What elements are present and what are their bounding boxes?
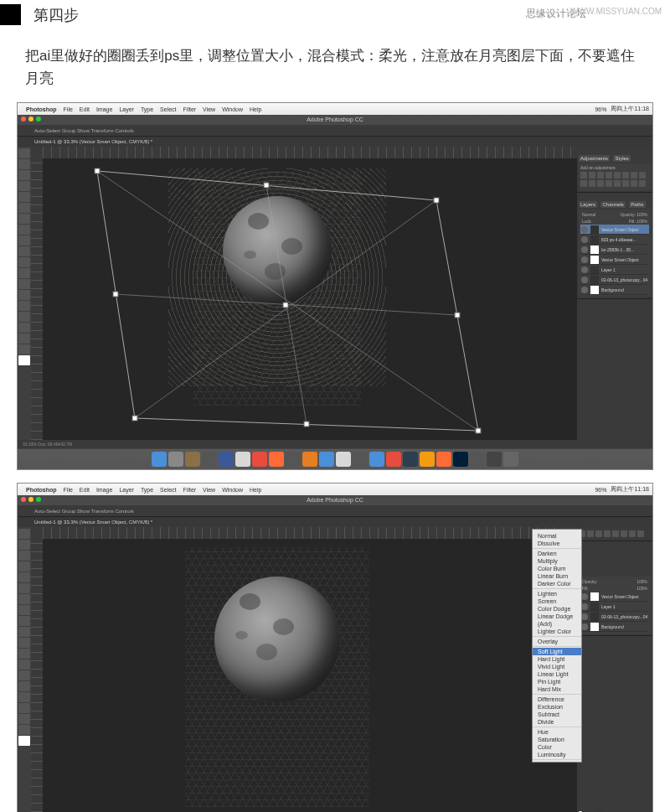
gradient-tool-icon[interactable] <box>18 257 30 267</box>
stamp-tool-icon[interactable] <box>18 225 30 235</box>
dock-app-icon[interactable] <box>185 452 200 467</box>
dock-app-icon[interactable] <box>219 452 234 467</box>
blend-mode-option[interactable]: Screen <box>533 597 581 605</box>
adj-icon[interactable] <box>587 530 594 537</box>
move-tool-icon[interactable] <box>18 529 30 539</box>
eraser-tool-icon[interactable] <box>18 246 30 256</box>
history-brush-icon[interactable] <box>18 616 30 626</box>
visibility-toggle-icon[interactable] <box>581 593 588 600</box>
blend-mode-option[interactable]: Luminosity <box>533 751 581 758</box>
blend-mode-option[interactable]: Hue <box>533 728 581 736</box>
opacity-value[interactable]: 100% <box>636 579 647 584</box>
menu-file[interactable]: File <box>64 487 73 493</box>
styles-tab[interactable]: Styles <box>613 155 630 162</box>
dock-app-icon[interactable] <box>453 452 468 467</box>
lasso-tool-icon[interactable] <box>18 551 30 561</box>
dock-app-icon[interactable] <box>235 452 250 467</box>
options-bar[interactable]: Auto-Select Group Show Transform Control… <box>18 125 652 137</box>
adj-icon[interactable] <box>629 530 636 537</box>
lasso-tool-icon[interactable] <box>18 170 30 180</box>
adj-vibrance-icon[interactable] <box>614 172 621 178</box>
menu-window[interactable]: Window <box>222 106 243 112</box>
blend-mode-option[interactable]: Difference <box>533 696 581 703</box>
blend-mode-option[interactable]: Linear Burn <box>533 572 581 580</box>
dock-app-icon[interactable] <box>202 452 217 467</box>
adj-icon[interactable] <box>595 530 602 537</box>
menu-type[interactable]: Type <box>141 487 153 493</box>
blend-mode-option[interactable]: Saturation <box>533 736 581 743</box>
close-button[interactable] <box>21 116 26 122</box>
blend-mode-option[interactable]: Exclusion <box>533 703 581 711</box>
blend-mode-option[interactable]: Lighter Color <box>533 628 581 635</box>
menu-edit[interactable]: Edit <box>80 106 90 112</box>
foreground-color[interactable] <box>18 355 30 365</box>
blur-tool-icon[interactable] <box>18 649 30 659</box>
adj-invert-icon[interactable] <box>606 180 612 187</box>
menu-select[interactable]: Select <box>160 106 176 112</box>
adj-photo-filter-icon[interactable] <box>580 180 587 187</box>
layers-tab[interactable]: Layers <box>579 201 597 208</box>
menu-edit[interactable]: Edit <box>80 487 90 493</box>
dock-app-icon[interactable] <box>269 452 284 467</box>
type-tool-icon[interactable] <box>18 681 30 691</box>
crop-tool-icon[interactable] <box>18 572 30 582</box>
dock-app-icon[interactable] <box>319 452 334 467</box>
adj-mixer-icon[interactable] <box>589 180 595 187</box>
menu-layer[interactable]: Layer <box>119 487 134 493</box>
adj-posterize-icon[interactable] <box>614 180 621 187</box>
blend-mode-option[interactable]: Darker Color <box>533 580 581 587</box>
dock-app-icon[interactable] <box>336 452 351 467</box>
app-menu[interactable]: Photoshop <box>26 106 57 112</box>
visibility-toggle-icon[interactable] <box>581 623 588 630</box>
fill-value[interactable]: 100% <box>636 219 647 224</box>
paths-tab[interactable]: Paths <box>629 201 645 208</box>
adj-icon[interactable] <box>612 530 619 537</box>
visibility-toggle-icon[interactable] <box>581 613 588 620</box>
layer-row[interactable]: 02-06-13_photocopy...04 <box>580 275 649 285</box>
menu-window[interactable]: Window <box>222 487 243 493</box>
adj-icon[interactable] <box>604 530 611 537</box>
adj-icon[interactable] <box>621 530 627 537</box>
zoom-tool-icon[interactable] <box>18 344 30 354</box>
minimize-button[interactable] <box>28 116 34 122</box>
pen-tool-icon[interactable] <box>18 290 30 300</box>
marquee-tool-icon[interactable] <box>18 159 30 169</box>
zoom-tool-icon[interactable] <box>18 725 30 735</box>
dock-app-icon[interactable] <box>252 452 267 467</box>
dock-app-icon[interactable] <box>403 452 418 467</box>
options-bar[interactable]: Auto-Select Group Show Transform Control… <box>18 505 652 517</box>
gradient-tool-icon[interactable] <box>18 638 30 648</box>
blend-mode-option[interactable]: Hard Mix <box>533 685 581 693</box>
adj-bw-icon[interactable] <box>639 172 646 178</box>
eraser-tool-icon[interactable] <box>18 627 30 637</box>
visibility-toggle-icon[interactable] <box>581 236 588 243</box>
maximize-button[interactable] <box>36 497 41 502</box>
adj-brightness-icon[interactable] <box>580 172 587 178</box>
menu-type[interactable]: Type <box>141 106 153 112</box>
history-brush-icon[interactable] <box>18 235 30 246</box>
blend-mode-option[interactable]: Divide <box>533 718 581 726</box>
menu-filter[interactable]: Filter <box>183 106 197 112</box>
adj-balance-icon[interactable] <box>631 172 637 178</box>
adj-gradient-icon[interactable] <box>631 180 637 187</box>
layer-row[interactable]: Vector Smart Object <box>580 225 649 235</box>
blend-mode-option[interactable]: Dissolve <box>533 540 581 547</box>
visibility-toggle-icon[interactable] <box>581 226 588 233</box>
hand-tool-icon[interactable] <box>18 334 30 344</box>
blend-mode-select[interactable]: Normal <box>582 212 595 217</box>
document-tab[interactable]: Untitled-1 @ 33.3% (Vector Smart Object,… <box>18 137 652 147</box>
eyedropper-tool-icon[interactable] <box>18 203 30 213</box>
layer-row[interactable]: Layer 1 <box>580 602 649 612</box>
document-tab[interactable]: Untitled-1 @ 33.3% (Vector Smart Object,… <box>18 517 652 527</box>
menu-layer[interactable]: Layer <box>119 106 134 112</box>
dock-app-icon[interactable] <box>420 452 435 467</box>
menu-image[interactable]: Image <box>96 106 112 112</box>
adj-exposure-icon[interactable] <box>606 172 612 178</box>
path-tool-icon[interactable] <box>18 312 30 322</box>
layer-row[interactable]: Layer 1 <box>580 265 649 275</box>
menu-help[interactable]: Help <box>250 487 261 493</box>
dock-app-icon[interactable] <box>487 452 502 467</box>
adj-levels-icon[interactable] <box>589 172 595 178</box>
menu-select[interactable]: Select <box>160 487 176 493</box>
dodge-tool-icon[interactable] <box>18 279 30 289</box>
